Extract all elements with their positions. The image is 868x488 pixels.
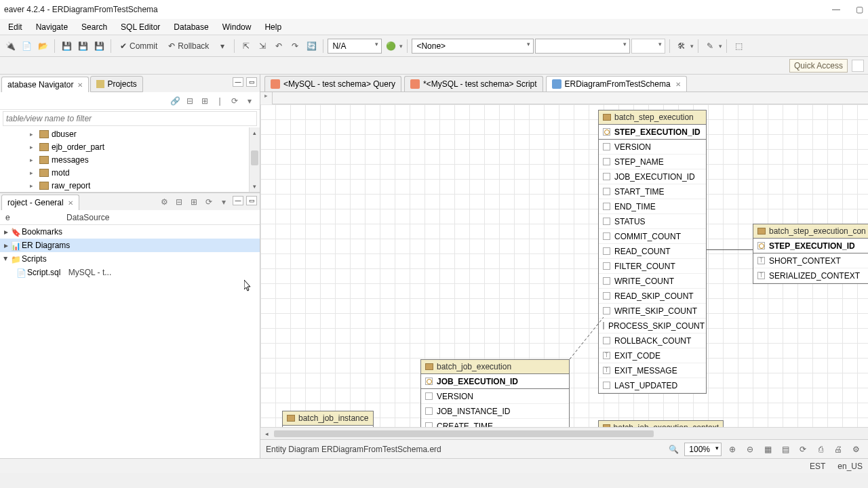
refresh-icon[interactable]: 🔄 [304,39,319,54]
expand-icon[interactable]: ⊞ [199,95,211,107]
column-icon: T [603,367,610,374]
minimize-view-button[interactable]: — [233,196,243,205]
tab-projects[interactable]: Projects [90,76,142,92]
nav-tabs: atabase Navigator✕ Projects — ▭ [0,75,260,92]
entity-batch-job-execution[interactable]: batch_job_execution JOB_EXECUTION_ID VER… [420,359,570,434]
menu-search[interactable]: Search [75,20,114,35]
extra-combo[interactable] [631,39,665,54]
commit-button[interactable]: ✔ Commit [115,39,162,53]
key-icon [603,128,610,136]
zoom-in-icon[interactable]: ⊕ [726,443,739,456]
redo-icon[interactable]: ↷ [288,39,302,54]
zoom-combo[interactable]: 100% [684,443,722,456]
collapse-icon[interactable]: ⊟ [173,196,185,208]
export-icon[interactable]: ⇱ [239,39,254,54]
quick-access-button[interactable]: Quick Access [789,59,848,73]
settings-icon[interactable]: ⚙ [849,443,863,456]
proj-item-er-diagrams[interactable]: ▸📊ER Diagrams [0,239,260,252]
gear-icon[interactable]: ⚙ [158,196,170,208]
tool-c-icon[interactable]: ⬚ [731,39,746,54]
menu-icon[interactable]: ▾ [243,95,256,107]
tree-item-messages[interactable]: ▸messages [0,153,260,166]
maximize-view-button[interactable]: ▭ [246,77,257,87]
collapse-icon[interactable]: ⊟ [184,95,196,107]
col-datasource[interactable]: DataSource [61,211,115,224]
window-title: eaver 4.2.4 - ERDiagramFromTestSchema [4,5,158,14]
canvas-hscrollbar[interactable]: ◂ [260,427,868,439]
tool-b-icon[interactable]: ✎ [703,39,717,54]
autocommit-combo[interactable]: N/A [328,39,382,54]
close-icon[interactable]: ✕ [68,199,73,207]
main-toolbar: 🔌 📄 📂 💾 💾 💾 ✔ Commit ↶ Rollback ▾ ⇱ ⇲ ↶ … [0,35,868,57]
menu-sql-editor[interactable]: SQL Editor [114,20,167,35]
column-icon: T [757,257,765,264]
layout-icon[interactable]: ▦ [761,443,774,456]
refresh-icon[interactable]: ⟳ [796,443,810,456]
zoom-out-icon[interactable]: ⊖ [743,443,757,456]
proj-item-scripts[interactable]: ▸📁Scripts [0,252,260,266]
editor-tab-er-diagram[interactable]: ERDiagramFromTestSchema ✕ [546,76,687,92]
nav-mini-toolbar: 🔗 ⊟ ⊞ | ⟳ ▾ [0,92,260,110]
tree-item-dbuser[interactable]: ▸dbuser [0,127,260,140]
tree-scrollbar[interactable]: ▴▾ [249,127,260,192]
entity-batch-step-execution-context[interactable]: batch_step_execution_con STEP_EXECUTION_… [753,224,868,284]
editor-tab-query[interactable]: <MySQL - test schema> Query [264,76,401,92]
new-connection-icon[interactable]: 🔌 [3,39,18,54]
canvas-status-toolbar: Entity Diagram ERDiagramFromTestSchema.e… [260,439,868,458]
diagram-path: Entity Diagram ERDiagramFromTestSchema.e… [266,445,441,454]
key-icon [757,242,765,249]
menu-edit[interactable]: Edit [1,20,29,35]
editor-tabs: <MySQL - test schema> Query *<MySQL - te… [260,75,868,92]
save-as-icon[interactable]: 💾 [92,39,106,54]
minimize-button[interactable]: — [831,5,841,14]
import-icon[interactable]: ⇲ [255,39,270,54]
minimize-view-button[interactable]: — [233,77,243,87]
link-icon[interactable]: 🔗 [169,95,181,107]
export-icon[interactable]: ⎙ [814,443,827,456]
connect-icon[interactable]: 🟢 [383,39,398,54]
proj-item-bookmarks[interactable]: ▸🔖Bookmarks [0,225,260,239]
rollback-button[interactable]: ↶ Rollback [163,39,214,53]
tree-item-motd[interactable]: ▸motd [0,166,260,179]
refresh-icon[interactable]: ⟳ [229,95,241,107]
proj-item-script-file[interactable]: 📄 Script.sql MySQL - t... [0,266,260,279]
schema-combo[interactable] [535,39,630,54]
diagram-canvas[interactable]: ▸ batch_step_execution STEP_EXECUTION_ID… [260,92,868,439]
tree-item-ejb-order-part[interactable]: ▸ejb_order_part [0,140,260,153]
table-icon [39,130,49,138]
menu-navigate[interactable]: Navigate [29,20,75,35]
refresh-icon[interactable]: ⟳ [203,196,215,208]
close-icon[interactable]: ✕ [77,81,83,89]
datasource-combo[interactable]: <None> [412,39,534,54]
perspective-icon[interactable] [852,60,864,72]
print-icon[interactable]: 🖨 [831,443,845,456]
menu-database[interactable]: Database [167,20,215,35]
diagram-icon [552,79,561,89]
col-name[interactable]: e [0,211,61,224]
menu-help[interactable]: Help [258,20,288,35]
entity-batch-step-execution[interactable]: batch_step_execution STEP_EXECUTION_ID V… [598,110,707,394]
tab-database-navigator[interactable]: atabase Navigator✕ [1,77,89,92]
menu-icon[interactable]: ▾ [218,196,230,208]
tree-item-raw-report[interactable]: ▸raw_report [0,179,260,192]
menu-window[interactable]: Window [216,20,258,35]
open-icon[interactable]: 📂 [35,39,50,54]
tool-a-icon[interactable]: 🛠 [674,39,689,54]
new-sql-icon[interactable]: 📄 [19,39,34,54]
column-icon: T [603,352,610,359]
tab-project-general[interactable]: roject - General✕ [1,195,79,210]
maximize-button[interactable]: ▢ [854,5,864,14]
project-columns: e DataSource [0,210,260,225]
editor-tab-script[interactable]: *<MySQL - test schema> Script [404,76,543,92]
column-icon [603,277,610,285]
save-icon[interactable]: 💾 [59,39,74,54]
zoom-fit-icon[interactable]: 🔍 [667,443,680,456]
expand-icon[interactable]: ⊞ [188,196,200,208]
txn-dropdown-icon[interactable]: ▾ [215,39,230,54]
undo-icon[interactable]: ↶ [271,39,286,54]
filter-input[interactable] [3,111,257,126]
close-icon[interactable]: ✕ [675,81,681,88]
maximize-view-button[interactable]: ▭ [246,196,257,205]
grid-icon[interactable]: ▤ [778,443,792,456]
save-all-icon[interactable]: 💾 [75,39,90,54]
